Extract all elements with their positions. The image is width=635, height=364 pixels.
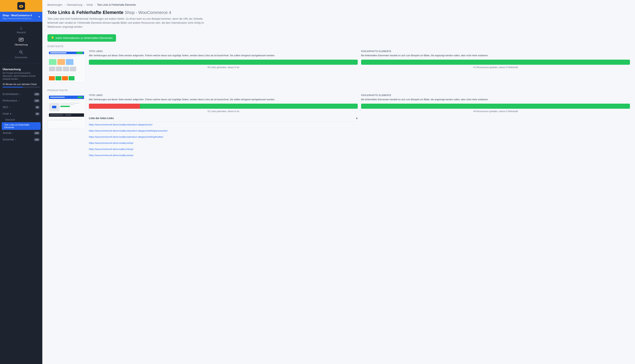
startseite-row: TOTE LINKS Alle Verlinkungen auf dieser … bbox=[48, 50, 630, 82]
project-name: Shop - WooCommerce 4 bbox=[3, 14, 33, 17]
app-logo bbox=[17, 2, 25, 10]
produktseite-tote-links-bar bbox=[89, 104, 358, 109]
sidebar-item-seo[interactable]: SEO › 85 bbox=[0, 104, 42, 110]
monitoring-timer: 25 Minuten bis zum nächsten Check bbox=[3, 83, 40, 86]
monitoring-title: Überwachung bbox=[3, 68, 40, 71]
produktseite-fehlerhafte: FEHLERHAFTE ELEMENTE Bei fehlerhaften El… bbox=[361, 94, 630, 159]
produktseite-tote-links-desc: Alle Verlinkungen auf dieser Seite werde… bbox=[89, 98, 358, 101]
logo-area bbox=[0, 0, 42, 12]
monitoring-progress-fill bbox=[3, 87, 23, 88]
startseite-tote-links-title: TOTE LINKS bbox=[89, 50, 358, 52]
produktseite-fehlerhafte-label: 44 Ressourcen geladen, davon 0 fehlerhaf… bbox=[361, 110, 630, 112]
nav-label-monitoring: Überwachung bbox=[15, 44, 28, 46]
nav-item-search[interactable]: Durchsuchen bbox=[0, 48, 42, 61]
produktseite-fehlerhafte-bar bbox=[361, 104, 630, 109]
home-icon: ⌂ bbox=[20, 26, 23, 30]
dead-link-1[interactable]: https://woocommerce4.demo.koality.io/pro… bbox=[89, 128, 358, 134]
content-area: STARTSEITE bbox=[42, 45, 635, 170]
startseite-fehlerhafte-label: 41 Ressourcen geladen, davon 0 fehlerhaf… bbox=[361, 66, 630, 68]
dead-link-4[interactable]: https://woocommerce4.demo.kality.io/shop… bbox=[89, 146, 358, 152]
inhalt-arrow: ▾ bbox=[10, 112, 11, 115]
produktseite-thumb-img bbox=[48, 94, 85, 128]
section-produktseite: PRODUKTSEITE bbox=[48, 89, 630, 159]
page-title: Tote Links & Fehlerhafte Elemente Shop -… bbox=[48, 10, 630, 15]
chevron-up-icon: ∧ bbox=[356, 117, 358, 120]
startseite-thumb-img bbox=[48, 50, 85, 82]
monitoring-desc: Der Projekt wird kontinuierlich überwach… bbox=[3, 72, 40, 80]
produktseite-tote-links-label: 32 Links gefunden, davon 6 tot bbox=[89, 110, 358, 112]
breadcrumb-link-uberwachung[interactable]: Überwachung bbox=[67, 4, 82, 6]
technik-badge: 100 bbox=[34, 132, 40, 135]
project-selector[interactable]: Shop - WooCommerce 4 https://woocommerce… bbox=[0, 12, 42, 22]
nav-label-overview: Übersicht bbox=[17, 31, 26, 34]
performance-arrow: › bbox=[19, 99, 19, 102]
startseite-tote-links-bar bbox=[89, 60, 358, 65]
sidebar-item-inhalt[interactable]: Inhalt ▾ 83 bbox=[0, 110, 42, 117]
sub-item-tote-links[interactable]: Tote Links & Fehlerhafte Elemente bbox=[2, 122, 41, 130]
dead-link-3[interactable]: https://woocommerce4.demo.koality.io/shp… bbox=[89, 140, 358, 146]
produktseite-thumbnail bbox=[48, 94, 86, 128]
project-chevron-icon: ▾ bbox=[39, 15, 40, 18]
startseite-tote-links-fill bbox=[89, 60, 358, 65]
produktseite-tote-links: TOTE LINKS Alle Verlinkungen auf dieser … bbox=[89, 94, 358, 159]
inhalt-label: Inhalt bbox=[3, 112, 9, 115]
performance-label: Performance bbox=[3, 99, 17, 102]
page-header: Tote Links & Fehlerhafte Elemente Shop -… bbox=[42, 8, 635, 32]
erreichbarkeit-label: Erreichbarkeit bbox=[3, 93, 18, 96]
section-startseite: STARTSEITE bbox=[48, 45, 630, 82]
project-url: https://woocommerce4.demo.k... bbox=[3, 17, 33, 20]
breadcrumb: Bewertungen › Überwachung › Inhalt › Tot… bbox=[42, 0, 635, 8]
breadcrumb-sep-1: › bbox=[64, 4, 65, 6]
sidebar: Shop - WooCommerce 4 https://woocommerce… bbox=[0, 0, 42, 364]
produktseite-fehlerhafte-desc: Bei fehlerhaften Elementen handelt es si… bbox=[361, 98, 630, 101]
nav-item-overview[interactable]: ⌂ Übersicht bbox=[0, 24, 42, 36]
dead-link-2[interactable]: https://woocommerce4.demo.koality.io/pro… bbox=[89, 134, 358, 140]
info-icon: 💡 bbox=[51, 36, 54, 40]
dead-links-section: Liste der toten Links ∧ https://woocomme… bbox=[89, 115, 358, 158]
startseite-tote-links-label: 40 Links gefunden, davon 0 tot bbox=[89, 66, 358, 68]
sicherheit-badge: 100 bbox=[34, 138, 40, 141]
performance-badge: 100 bbox=[34, 99, 40, 102]
sidebar-item-technik[interactable]: Technik › 100 bbox=[0, 130, 42, 136]
startseite-tote-links-desc: Alle Verlinkungen auf dieser Seite werde… bbox=[89, 54, 358, 57]
info-button[interactable]: 💡 mehr Informationen zu fehlerhaften Ele… bbox=[48, 34, 116, 42]
monitoring-icon bbox=[19, 38, 24, 43]
dead-links-toggle[interactable]: Liste der toten Links ∧ bbox=[89, 115, 358, 122]
sidebar-item-performance[interactable]: Performance › 100 bbox=[0, 98, 42, 104]
produktseite-fehlerhafte-fill bbox=[361, 104, 630, 109]
startseite-thumbnail bbox=[48, 50, 86, 82]
svg-point-3 bbox=[21, 6, 22, 7]
produktseite-tote-links-title: TOTE LINKS bbox=[89, 94, 358, 96]
page-description: Tote Links sind nicht funktionierende Ve… bbox=[48, 17, 208, 29]
erreichbarkeit-badge: 100 bbox=[34, 93, 40, 96]
produktseite-row: TOTE LINKS Alle Verlinkungen auf dieser … bbox=[48, 94, 630, 159]
svg-line-8 bbox=[22, 53, 23, 54]
sidebar-item-erreichbarkeit[interactable]: Erreichbarkeit › 100 bbox=[0, 91, 42, 98]
breadcrumb-link-bewertungen[interactable]: Bewertungen bbox=[48, 4, 63, 6]
dead-link-0[interactable]: https://woocommerce4.demo.koality.io/pro… bbox=[89, 122, 358, 128]
dead-links-green-bar bbox=[140, 104, 358, 109]
startseite-fehlerhafte-desc: Bei fehlerhaften Elementen handelt es si… bbox=[361, 54, 630, 57]
produktseite-fehlerhafte-title: FEHLERHAFTE ELEMENTE bbox=[361, 94, 630, 96]
sicherheit-arrow: › bbox=[15, 138, 16, 141]
technik-arrow: › bbox=[13, 132, 13, 134]
technik-label: Technik bbox=[3, 132, 11, 134]
seo-badge: 85 bbox=[35, 106, 40, 109]
startseite-fehlerhafte: FEHLERHAFTE ELEMENTE Bei fehlerhaften El… bbox=[361, 50, 630, 69]
startseite-fehlerhafte-fill bbox=[361, 60, 630, 65]
nav-label-search: Durchsuchen bbox=[15, 56, 28, 58]
dead-links-red-bar bbox=[89, 104, 140, 109]
seo-arrow: › bbox=[9, 106, 10, 109]
startseite-tote-links: TOTE LINKS Alle Verlinkungen auf dieser … bbox=[89, 50, 358, 69]
inhalt-badge: 83 bbox=[35, 112, 40, 116]
breadcrumb-sep-3: › bbox=[94, 4, 95, 6]
sidebar-item-sicherheit[interactable]: Sicherheit › 100 bbox=[0, 136, 42, 143]
erreichbarkeit-arrow: › bbox=[20, 93, 20, 96]
dead-link-5[interactable]: https://woocommerce4.demo.koality.io/sop… bbox=[89, 152, 358, 158]
breadcrumb-link-inhalt[interactable]: Inhalt bbox=[87, 4, 93, 6]
main-content: Bewertungen › Überwachung › Inhalt › Tot… bbox=[42, 0, 635, 364]
startseite-label: STARTSEITE bbox=[48, 45, 630, 48]
monitoring-progress-bar bbox=[3, 87, 40, 88]
sub-item-ubersicht[interactable]: Übersicht bbox=[0, 117, 42, 122]
nav-item-monitoring[interactable]: Überwachung bbox=[0, 36, 42, 48]
